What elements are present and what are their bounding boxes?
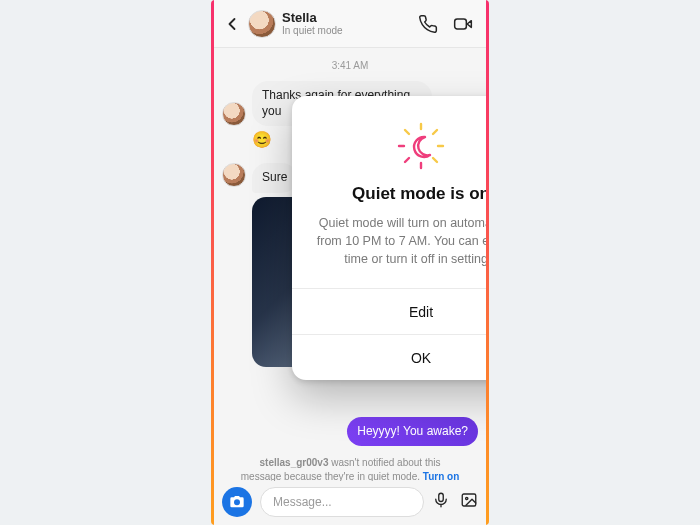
svg-line-10	[433, 158, 437, 162]
message-input[interactable]: Message...	[260, 487, 424, 517]
message-composer: Message...	[214, 481, 486, 525]
contact-name: Stella	[282, 11, 412, 25]
audio-call-icon[interactable]	[418, 14, 438, 34]
svg-rect-2	[439, 493, 444, 501]
modal-title: Quiet mode is on	[312, 184, 486, 204]
camera-button[interactable]	[222, 487, 252, 517]
svg-line-9	[405, 130, 409, 134]
avatar	[222, 102, 246, 126]
image-icon[interactable]	[460, 491, 478, 513]
modal-body-text: Quiet mode will turn on automatically fr…	[312, 214, 486, 268]
outgoing-message-row: Heyyyy! You awake?	[222, 417, 478, 447]
quiet-mode-notice: stellas_gr00v3 wasn't notified about thi…	[222, 456, 478, 481]
phone-frame: Stella In quiet mode 3:41 AM Thanks agai…	[211, 0, 489, 525]
contact-name-block[interactable]: Stella In quiet mode	[282, 11, 412, 36]
svg-line-11	[405, 158, 409, 162]
mic-icon[interactable]	[432, 491, 450, 513]
notice-username: stellas_gr00v3	[260, 457, 329, 468]
svg-marker-1	[467, 20, 471, 27]
video-call-icon[interactable]	[452, 14, 474, 34]
dm-header: Stella In quiet mode	[214, 0, 486, 48]
quiet-mode-icon	[397, 122, 445, 170]
edit-button[interactable]: Edit	[292, 288, 486, 334]
svg-point-4	[466, 497, 468, 499]
contact-status: In quiet mode	[282, 25, 412, 36]
svg-line-12	[433, 130, 437, 134]
message-bubble[interactable]: Sure	[252, 163, 297, 193]
ok-button[interactable]: OK	[292, 334, 486, 380]
message-input-placeholder: Message...	[273, 495, 332, 509]
avatar[interactable]	[248, 10, 276, 38]
quiet-mode-modal: Quiet mode is on Quiet mode will turn on…	[292, 96, 486, 380]
svg-rect-0	[455, 19, 467, 29]
message-bubble[interactable]: Heyyyy! You awake?	[347, 417, 478, 447]
timestamp: 3:41 AM	[222, 60, 478, 71]
dm-screen: Stella In quiet mode 3:41 AM Thanks agai…	[214, 0, 486, 525]
avatar	[222, 163, 246, 187]
back-icon[interactable]	[222, 14, 242, 34]
svg-rect-3	[462, 494, 476, 506]
